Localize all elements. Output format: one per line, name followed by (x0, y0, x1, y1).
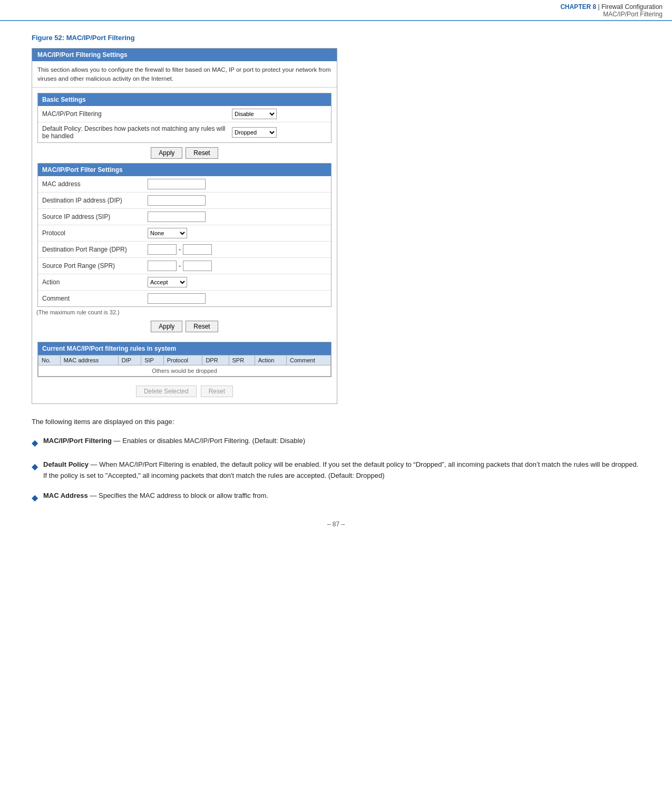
main-panel: MAC/IP/Port Filtering Settings This sect… (32, 48, 337, 404)
dpr-to-input[interactable] (183, 244, 212, 255)
action-row: Action Accept Drop (38, 274, 331, 291)
mac-address-row: MAC address (38, 176, 331, 193)
page-number: – 87 – (32, 521, 640, 533)
others-text: Others would be dropped (38, 365, 331, 376)
sip-row: Source IP address (SIP) (38, 209, 331, 225)
dpr-separator: - (179, 245, 181, 253)
protocol-select[interactable]: None TCP UDP ICMP (148, 228, 187, 238)
bullet-desc-mac-address: — Specifies the MAC address to block or … (88, 492, 268, 499)
col-no: No. (38, 355, 61, 365)
protocol-label: Protocol (42, 229, 148, 237)
dip-row: Destination IP address (DIP) (38, 193, 331, 209)
col-action: Action (255, 355, 286, 365)
current-rules-section: Current MAC/IP/Port filtering rules in s… (37, 342, 332, 377)
body-text: The following items are displayed on thi… (32, 417, 640, 505)
filter-apply-button[interactable]: Apply (151, 321, 182, 332)
default-policy-label: Default Policy: Describes how packets no… (42, 125, 232, 140)
figure-title: Figure 52: MAC/IP/Port Filtering (32, 34, 640, 42)
filter-settings-section: MAC/IP/Port Filter Settings MAC address … (37, 163, 332, 307)
dpr-range: - (148, 244, 212, 255)
page-content: Figure 52: MAC/IP/Port Filtering MAC/IP/… (0, 21, 672, 554)
rules-buttons: Delete Selected Reset (32, 381, 337, 403)
filter-settings-buttons: Apply Reset (32, 316, 337, 336)
sip-input[interactable] (148, 211, 206, 222)
header-text: CHAPTER 8 | Firewall Configuration MAC/I… (560, 3, 663, 18)
dpr-label: Destination Port Range (DPR) (42, 246, 148, 253)
col-protocol: Protocol (163, 355, 202, 365)
bullet-term-mac-address: MAC Address (43, 492, 88, 499)
bullet-diamond-2: ◆ (32, 460, 38, 474)
mac-address-label: MAC address (42, 180, 148, 188)
default-policy-select[interactable]: Dropped Accepted (232, 127, 277, 138)
col-sip: SIP (141, 355, 164, 365)
spr-label: Source Port Range (SPR) (42, 262, 148, 270)
spr-from-input[interactable] (148, 261, 177, 271)
mac-address-input[interactable] (148, 179, 206, 189)
bullet-text-filtering: MAC/IP/Port Filtering — Enables or disab… (43, 436, 640, 447)
comment-input[interactable] (148, 293, 206, 304)
bullet-diamond-3: ◆ (32, 491, 38, 505)
action-select[interactable]: Accept Drop (148, 277, 187, 287)
rules-reset-button[interactable]: Reset (201, 386, 233, 397)
bullet-item-default-policy: ◆ Default Policy — When MAC/IP/Port Filt… (32, 459, 640, 482)
comment-row: Comment (38, 291, 331, 306)
panel-description: This section allows you to configure the… (32, 61, 337, 88)
others-row: Others would be dropped (38, 365, 331, 376)
bullet-item-filtering: ◆ MAC/IP/Port Filtering — Enables or dis… (32, 436, 640, 450)
spr-separator: - (179, 262, 181, 270)
max-rule-note: (The maximum rule count is 32.) (32, 307, 337, 316)
dip-input[interactable] (148, 195, 206, 206)
bullet-text-mac-address: MAC Address — Specifies the MAC address … (43, 490, 640, 502)
intro-text: The following items are displayed on thi… (32, 417, 640, 428)
header-separator: | (596, 3, 601, 11)
action-label: Action (42, 278, 148, 286)
header-subtitle: MAC/IP/Port Filtering (603, 11, 663, 18)
filter-settings-header: MAC/IP/Port Filter Settings (38, 163, 331, 176)
chapter-label: CHAPTER 8 (560, 3, 596, 11)
bullet-desc-filtering: — Enables or disables MAC/IP/Port Filter… (112, 437, 305, 445)
basic-settings-section: Basic Settings MAC/IP/Port Filtering Dis… (37, 93, 332, 143)
bullet-diamond-1: ◆ (32, 436, 38, 450)
filtering-row: MAC/IP/Port Filtering Disable Enable (38, 106, 331, 122)
current-rules-header: Current MAC/IP/Port filtering rules in s… (38, 342, 331, 355)
dpr-row: Destination Port Range (DPR) - (38, 242, 331, 258)
comment-label: Comment (42, 295, 148, 302)
bullet-term-filtering: MAC/IP/Port Filtering (43, 437, 112, 445)
col-comment: Comment (287, 355, 331, 365)
protocol-row: Protocol None TCP UDP ICMP (38, 225, 331, 242)
col-dip: DIP (118, 355, 141, 365)
spr-row: Source Port Range (SPR) - (38, 258, 331, 274)
page-header: CHAPTER 8 | Firewall Configuration MAC/I… (0, 0, 672, 21)
delete-selected-button[interactable]: Delete Selected (136, 386, 197, 397)
filtering-select[interactable]: Disable Enable (232, 109, 277, 119)
bullet-list: ◆ MAC/IP/Port Filtering — Enables or dis… (32, 436, 640, 505)
main-panel-header: MAC/IP/Port Filtering Settings (32, 49, 337, 61)
col-mac: MAC address (60, 355, 118, 365)
filtering-label: MAC/IP/Port Filtering (42, 110, 232, 118)
bullet-text-default-policy: Default Policy — When MAC/IP/Port Filter… (43, 459, 640, 482)
col-dpr: DPR (202, 355, 229, 365)
bullet-desc-default-policy: — When MAC/IP/Port Filtering is enabled,… (43, 460, 638, 479)
bullet-item-mac-address: ◆ MAC Address — Specifies the MAC addres… (32, 490, 640, 505)
col-spr: SPR (229, 355, 255, 365)
basic-reset-button[interactable]: Reset (186, 147, 218, 159)
dip-label: Destination IP address (DIP) (42, 197, 148, 204)
bullet-term-default-policy: Default Policy (43, 460, 89, 468)
filter-reset-button[interactable]: Reset (186, 321, 218, 332)
header-title: Firewall Configuration (601, 3, 663, 11)
default-policy-row: Default Policy: Describes how packets no… (38, 122, 331, 142)
dpr-from-input[interactable] (148, 244, 177, 255)
rules-table: No. MAC address DIP SIP Protocol DPR SPR… (38, 355, 331, 377)
sip-label: Source IP address (SIP) (42, 213, 148, 220)
spr-to-input[interactable] (183, 261, 212, 271)
spr-range: - (148, 261, 212, 271)
basic-apply-button[interactable]: Apply (151, 147, 182, 159)
basic-settings-buttons: Apply Reset (32, 143, 337, 163)
basic-settings-header: Basic Settings (38, 93, 331, 106)
